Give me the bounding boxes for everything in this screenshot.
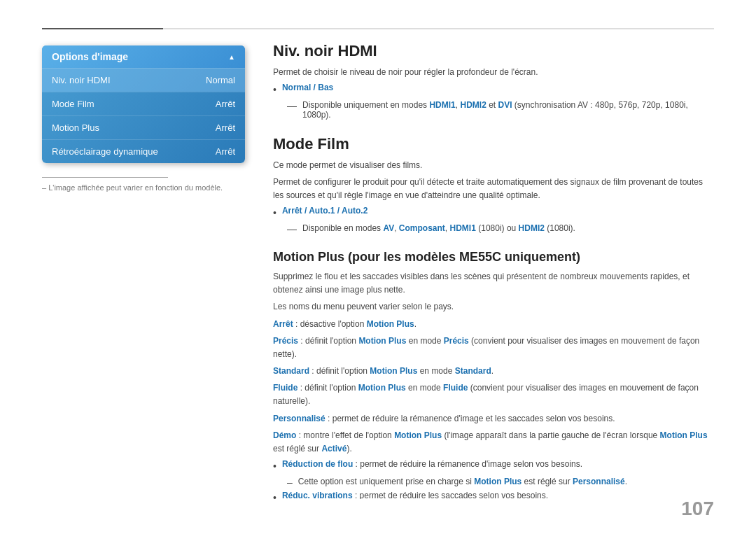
motion-plus-vibr-text: Réduc. vibrations : permet de réduire le… (282, 491, 548, 499)
mode-film-dash1: — Disponible en modes AV, Composant, HDM… (287, 223, 714, 234)
left-panel: Options d'image ▲ Niv. noir HDMI Normal … (42, 45, 245, 192)
menu-item-niv-noir[interactable]: Niv. noir HDMI Normal (42, 68, 245, 92)
motion-plus-standard: Standard : définit l'option Motion Plus … (273, 365, 714, 378)
motion-plus-reduct-text: Réduction de flou : permet de réduire la… (282, 459, 582, 469)
menu-item-value: Normal (206, 75, 235, 85)
motion-plus-arret: Arrêt : désactive l'option Motion Plus. (273, 318, 714, 331)
menu-item-value: Arrêt (216, 146, 235, 157)
section-niv-noir-hdmi: Niv. noir HDMI Permet de choisir le nive… (273, 42, 714, 120)
menu-item-retroeclairage[interactable]: Rétroéclairage dynamique Arrêt (42, 139, 245, 163)
motion-plus-demo: Démo : montre l'effet de l'option Motion… (273, 429, 714, 456)
options-menu-box: Options d'image ▲ Niv. noir HDMI Normal … (42, 45, 245, 163)
bullet-dot-icon: • (273, 491, 276, 499)
bullet-dot-icon: • (273, 83, 276, 97)
right-content: Niv. noir HDMI Permet de choisir le nive… (273, 42, 714, 499)
section-title-motion-plus: Motion Plus (pour les modèles ME55C uniq… (273, 250, 714, 265)
menu-item-label: Rétroéclairage dynamique (52, 146, 158, 157)
menu-header-arrow-icon: ▲ (228, 53, 235, 61)
bullet-dot-icon: • (273, 460, 276, 474)
section-title-mode-film: Mode Film (273, 135, 714, 153)
motion-plus-reduct-dash: – Cette option est uniquement prise en c… (287, 477, 714, 488)
menu-item-motion-plus[interactable]: Motion Plus Arrêt (42, 115, 245, 139)
dash-icon: – (287, 477, 293, 488)
niv-noir-options: Normal / Bas (282, 83, 333, 92)
menu-item-label: Niv. noir HDMI (52, 75, 111, 85)
section-title-niv-noir: Niv. noir HDMI (273, 42, 714, 60)
menu-header: Options d'image ▲ (42, 45, 245, 68)
bullet-dot-icon: • (273, 206, 276, 220)
motion-plus-vibr-bullet: • Réduc. vibrations : permet de réduire … (273, 491, 714, 499)
menu-item-mode-film[interactable]: Mode Film Arrêt (42, 92, 245, 115)
motion-plus-precis: Précis : définit l'option Motion Plus en… (273, 335, 714, 361)
niv-noir-dash1: — Disponible uniquement en modes HDMI1, … (287, 100, 714, 120)
mode-film-desc2: Permet de configurer le produit pour qu'… (273, 176, 714, 202)
niv-noir-bullet1: • Normal / Bas (273, 83, 714, 97)
page-number: 107 (681, 498, 714, 520)
menu-item-value: Arrêt (216, 99, 235, 109)
menu-item-label: Mode Film (52, 99, 94, 109)
section-motion-plus: Motion Plus (pour les modèles ME55C uniq… (273, 250, 714, 499)
motion-plus-desc1: Supprimez le flou et les saccades visibl… (273, 270, 714, 297)
dash-icon: — (287, 223, 297, 234)
motion-plus-desc2: Les noms du menu peuvent varier selon le… (273, 300, 714, 314)
motion-plus-reduct-dash-text: Cette option est uniquement prise en cha… (298, 477, 627, 486)
menu-item-value: Arrêt (216, 122, 235, 133)
section-mode-film: Mode Film Ce mode permet de visualiser d… (273, 135, 714, 234)
mode-film-options: Arrêt / Auto.1 / Auto.2 (282, 206, 368, 216)
motion-plus-fluide: Fluide : définit l'option Motion Plus en… (273, 381, 714, 408)
note-divider (42, 177, 168, 178)
mode-film-dash-text: Disponible en modes AV, Composant, HDMI1… (302, 223, 575, 233)
mode-film-desc1: Ce mode permet de visualiser des films. (273, 159, 714, 172)
mode-film-bullet1: • Arrêt / Auto.1 / Auto.2 (273, 206, 714, 220)
niv-noir-dash-text: Disponible uniquement en modes HDMI1, HD… (302, 100, 714, 120)
menu-item-label: Motion Plus (52, 122, 99, 133)
motion-plus-perso: Personnalisé : permet de réduire la réma… (273, 412, 714, 426)
menu-header-title: Options d'image (52, 51, 128, 62)
note-text: – L'image affichée peut varier en foncti… (42, 183, 245, 192)
niv-noir-desc: Permet de choisir le niveau de noir pour… (273, 66, 714, 79)
dash-icon: — (287, 100, 297, 111)
top-decorative-line (42, 28, 714, 29)
motion-plus-reduct-bullet: • Réduction de flou : permet de réduire … (273, 459, 714, 474)
